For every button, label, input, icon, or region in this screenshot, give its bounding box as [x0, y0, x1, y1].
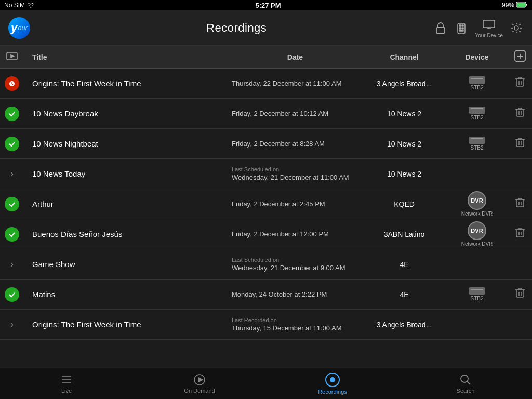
- stb-device: STB2: [469, 76, 485, 90]
- recordings-table: Title Date Channel Device Origins: The F…: [0, 46, 532, 368]
- row-channel: 10 News 2: [363, 170, 446, 178]
- table-row: › Origins: The First Week in Time Last R…: [0, 310, 532, 340]
- status-bar: No SIM 5:27 PM 99%: [0, 0, 532, 10]
- carrier-label: No SIM: [4, 2, 25, 9]
- dvr-device: DVR Network DVR: [461, 221, 493, 247]
- svg-rect-4: [458, 23, 465, 34]
- row-channel: 4E: [363, 290, 446, 299]
- header: y our Recordings Y: [0, 10, 532, 46]
- col-header-title: Title: [24, 53, 228, 61]
- row-delete[interactable]: [508, 227, 532, 241]
- svg-point-11: [514, 26, 518, 30]
- nav-live[interactable]: Live: [0, 374, 133, 394]
- svg-rect-31: [516, 290, 524, 297]
- scheduled-icon: ›: [10, 259, 14, 270]
- row-date: Last Scheduled on Wednesday, 21 December…: [228, 254, 363, 275]
- row-date: Last Scheduled on Wednesday, 21 December…: [228, 163, 363, 184]
- svg-point-39: [461, 375, 468, 382]
- svg-rect-25: [516, 200, 524, 207]
- delete-button[interactable]: [515, 76, 525, 90]
- row-device: STB2: [446, 76, 508, 90]
- svg-rect-22: [516, 139, 524, 147]
- row-status-icon: [0, 107, 24, 121]
- nav-ondemand[interactable]: On Demand: [133, 374, 266, 394]
- svg-rect-8: [462, 28, 463, 29]
- row-delete[interactable]: [508, 137, 532, 151]
- svg-rect-1: [517, 3, 525, 7]
- row-title: Matins: [24, 285, 228, 304]
- row-channel: 10 News 2: [363, 140, 446, 148]
- delete-button[interactable]: [515, 107, 525, 121]
- rec-dot: [330, 377, 335, 382]
- device-button[interactable]: Your Device: [475, 17, 503, 38]
- logo: y our: [8, 15, 39, 41]
- row-delete[interactable]: [508, 76, 532, 90]
- recorded-icon: [5, 197, 19, 211]
- col-header-date: Date: [228, 53, 363, 61]
- battery-icon: [516, 2, 528, 9]
- row-status-icon: [0, 227, 24, 242]
- nav-recordings-label: Recordings: [318, 389, 347, 395]
- clock: 5:27 PM: [255, 2, 281, 9]
- col-header-icon: [0, 51, 24, 62]
- row-status-icon: ›: [0, 168, 24, 179]
- nav-search[interactable]: Search: [399, 374, 532, 394]
- wifi-icon: [27, 2, 34, 9]
- table-row: Matins Monday, 24 October at 2:22 PM 4E …: [0, 280, 532, 310]
- svg-rect-3: [436, 28, 445, 33]
- row-title: 10 News Nightbeat: [24, 134, 228, 153]
- table-row: › Game Show Last Scheduled on Wednesday,…: [0, 249, 532, 280]
- rec-circle: [325, 373, 340, 387]
- row-title: Game Show: [24, 255, 228, 274]
- row-date: Last Recorded on Thursday, 15 December a…: [228, 314, 363, 335]
- row-status-icon: [0, 137, 24, 151]
- nav-recordings[interactable]: Recordings: [266, 373, 399, 395]
- lock-button[interactable]: [433, 21, 448, 35]
- row-delete[interactable]: [508, 197, 532, 211]
- col-header-add[interactable]: [508, 50, 532, 63]
- row-date: Friday, 2 December at 2:45 PM: [228, 197, 363, 211]
- row-title: 10 News Daybreak: [24, 104, 228, 123]
- row-device: STB2: [446, 137, 508, 151]
- row-device: DVR Network DVR: [446, 191, 508, 217]
- recorded-icon: [5, 137, 19, 151]
- row-status-icon: [0, 287, 24, 302]
- scheduled-icon: ›: [10, 168, 14, 179]
- row-title: 10 News Today: [24, 164, 228, 183]
- row-date: Thursday, 22 December at 11:00 AM: [228, 76, 363, 90]
- row-device: STB2: [446, 287, 508, 301]
- stb-device: STB2: [469, 287, 485, 301]
- row-delete[interactable]: [508, 107, 532, 121]
- remote-button[interactable]: [454, 21, 469, 35]
- row-channel: 10 News 2: [363, 110, 446, 118]
- delete-button[interactable]: [515, 287, 525, 301]
- row-status-icon: [0, 197, 24, 211]
- svg-rect-9: [459, 30, 463, 31]
- delete-button[interactable]: [515, 197, 525, 211]
- dvr-device: DVR Network DVR: [461, 191, 493, 217]
- table-row: 10 News Daybreak Friday, 2 December at 1…: [0, 99, 532, 129]
- settings-button[interactable]: [509, 21, 524, 35]
- table-row: Buenos Días Señor Jesús Friday, 2 Decemb…: [0, 219, 532, 249]
- row-channel: 3 Angels Broad...: [363, 79, 446, 88]
- header-icons: Your Device: [433, 17, 524, 38]
- svg-rect-19: [516, 109, 524, 116]
- delete-button[interactable]: [515, 137, 525, 151]
- svg-marker-38: [198, 378, 203, 382]
- row-date: Friday, 2 December at 10:12 AM: [228, 107, 363, 121]
- stb-device: STB2: [469, 137, 485, 151]
- table-row: › 10 News Today Last Scheduled on Wednes…: [0, 159, 532, 189]
- row-title: Buenos Días Señor Jesús: [24, 224, 228, 244]
- row-delete[interactable]: [508, 287, 532, 301]
- svg-rect-28: [516, 230, 524, 237]
- stb-device: STB2: [469, 107, 485, 121]
- row-device: STB2: [446, 107, 508, 121]
- svg-rect-10: [483, 20, 495, 28]
- recorded-icon: [5, 227, 19, 242]
- delete-button[interactable]: [515, 227, 525, 241]
- table-row: 10 News Nightbeat Friday, 2 December at …: [0, 129, 532, 159]
- recorded-icon: [5, 107, 19, 121]
- row-date: Monday, 24 October at 2:22 PM: [228, 287, 363, 301]
- svg-rect-5: [459, 25, 461, 26]
- row-status-icon: [0, 76, 24, 91]
